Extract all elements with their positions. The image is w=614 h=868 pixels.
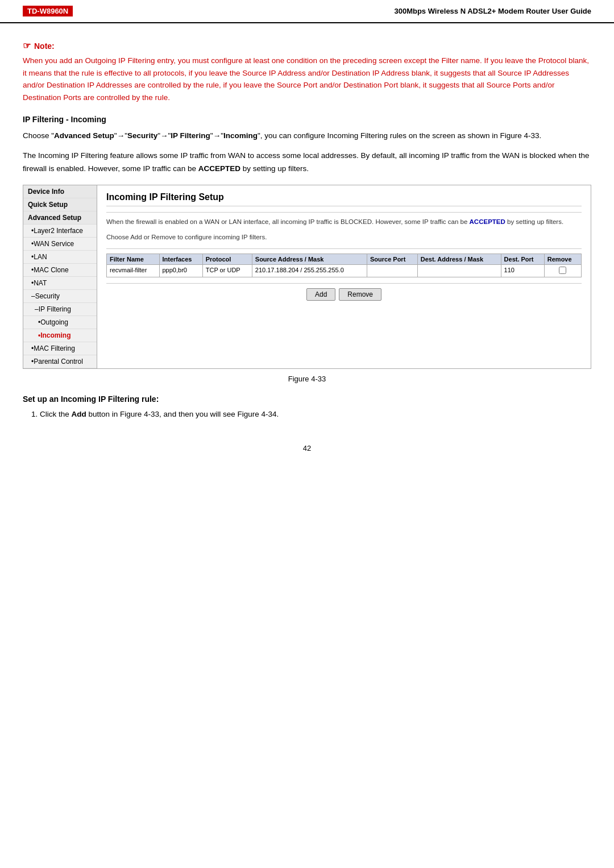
divider-bottom (106, 283, 582, 284)
intro-paragraph-2: The Incoming IP Filtering feature allows… (23, 149, 591, 176)
sidebar-item-mac-clone[interactable]: •MAC Clone (23, 264, 97, 277)
col-protocol: Protocol (202, 254, 252, 264)
ip-filtering-incoming-title: IP Filtering - Incoming (23, 115, 591, 124)
cell-remove-checkbox[interactable] (544, 264, 581, 277)
info-box-2: Choose Add or Remove to configure incomi… (106, 232, 582, 242)
router-ui-mockup: Device Info Quick Setup Advanced Setup •… (23, 185, 591, 369)
info-box-1: When the firewall is enabled on a WAN or… (106, 217, 582, 227)
sidebar-item-lan[interactable]: •LAN (23, 251, 97, 264)
note-label: ☞ Note: (23, 40, 591, 51)
col-interfaces: Interfaces (159, 254, 202, 264)
remove-checkbox[interactable] (559, 267, 566, 274)
note-icon: ☞ (23, 40, 31, 51)
col-dest-port: Dest. Port (501, 254, 544, 264)
sidebar-item-parental-control[interactable]: •Parental Control (23, 355, 97, 368)
sidebar-item-layer2[interactable]: •Layer2 Interface (23, 225, 97, 238)
cell-protocol: TCP or UDP (202, 264, 252, 277)
sidebar-item-quick-setup[interactable]: Quick Setup (23, 198, 97, 211)
setup-section-title: Set up an Incoming IP Filtering rule: (23, 394, 591, 404)
setup-step-1: Click the Add button in Figure 4-33, and… (40, 408, 591, 421)
cell-interfaces: ppp0,br0 (159, 264, 202, 277)
col-filter-name: Filter Name (107, 254, 160, 264)
page-title: 300Mbps Wireless N ADSL2+ Modem Router U… (394, 7, 591, 15)
page-number: 42 (23, 444, 591, 452)
cell-dest-address (417, 264, 501, 277)
sidebar-item-device-info[interactable]: Device Info (23, 185, 97, 198)
col-remove: Remove (544, 254, 581, 264)
content-area: ☞ Note: When you add an Outgoing IP Filt… (0, 35, 614, 475)
note-section: ☞ Note: When you add an Outgoing IP Filt… (23, 40, 591, 103)
col-source-addr: Source Address / Mask (252, 254, 367, 264)
cell-source-address: 210.17.188.204 / 255.255.255.0 (252, 264, 367, 277)
sidebar-item-ip-filtering[interactable]: –IP Filtering (23, 303, 97, 316)
panel-title: Incoming IP Filtering Setup (106, 192, 582, 206)
sidebar-item-mac-filtering[interactable]: •MAC Filtering (23, 342, 97, 355)
sidebar-item-outgoing[interactable]: •Outgoing (23, 316, 97, 329)
sidebar-item-advanced-setup[interactable]: Advanced Setup (23, 211, 97, 225)
sidebar-item-nat[interactable]: •NAT (23, 277, 97, 290)
filter-table: Filter Name Interfaces Protocol Source A… (106, 254, 582, 277)
divider-top (106, 212, 582, 213)
intro-paragraph-1: Choose "Advanced Setup"→"Security"→"IP F… (23, 130, 591, 143)
note-text: When you add an Outgoing IP Filtering en… (23, 55, 591, 103)
cell-source-port (367, 264, 417, 277)
table-row: recvmail-filter ppp0,br0 TCP or UDP 210.… (107, 264, 582, 277)
button-row: Add Remove (106, 288, 582, 301)
remove-button[interactable]: Remove (339, 288, 381, 301)
divider-middle (106, 248, 582, 249)
col-dest-addr: Dest. Address / Mask (417, 254, 501, 264)
sidebar-item-security[interactable]: –Security (23, 290, 97, 303)
note-title: Note: (34, 41, 55, 51)
cell-dest-port: 110 (501, 264, 544, 277)
figure-caption: Figure 4-33 (23, 375, 591, 383)
main-panel: Incoming IP Filtering Setup When the fir… (97, 185, 591, 368)
model-number: TD-W8960N (23, 6, 73, 16)
col-source-port: Source Port (367, 254, 417, 264)
accepted-text: ACCEPTED (470, 218, 505, 225)
sidebar-item-incoming[interactable]: •Incoming (23, 329, 97, 342)
page-header: TD-W8960N 300Mbps Wireless N ADSL2+ Mode… (0, 0, 614, 23)
sidebar: Device Info Quick Setup Advanced Setup •… (23, 185, 97, 368)
cell-filter-name: recvmail-filter (107, 264, 160, 277)
sidebar-item-wan-service[interactable]: •WAN Service (23, 238, 97, 251)
add-button[interactable]: Add (306, 288, 335, 301)
